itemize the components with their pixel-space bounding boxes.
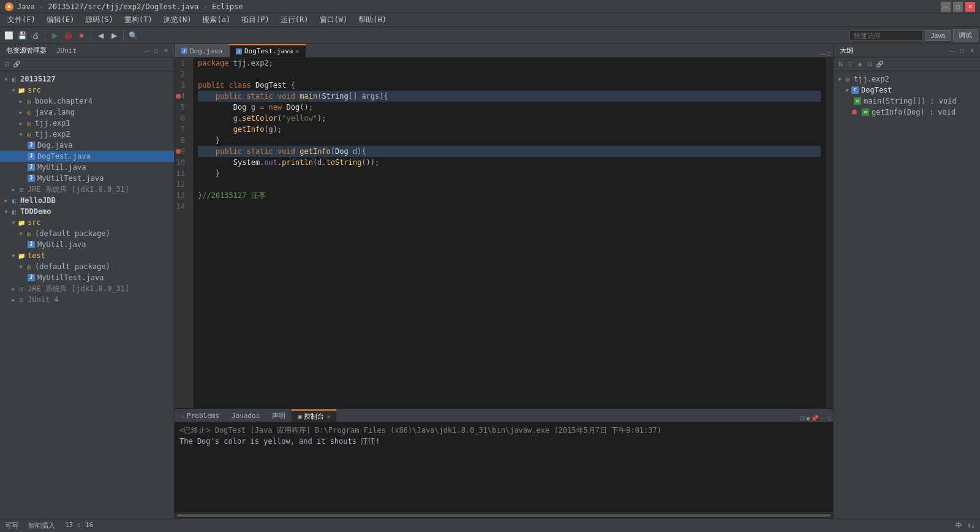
tree-src2[interactable]: ▼ 📁 src	[0, 217, 174, 228]
outline-link[interactable]: 🔗	[875, 60, 884, 69]
tree-myutil2-java[interactable]: J MyUtil.java	[0, 239, 174, 250]
outline-arrow-pkg: ▼	[836, 75, 843, 83]
outline-sort[interactable]: ⇅	[836, 60, 845, 69]
outline-filter[interactable]: ▽	[846, 60, 854, 69]
perspective-java[interactable]: Java	[925, 30, 951, 41]
tree-tjj-exp1[interactable]: ▶ ◎ tjj.exp1	[0, 118, 174, 129]
tree-dog-java[interactable]: J Dog.java	[0, 140, 174, 151]
tree-myutiltest2-java[interactable]: J MyUtilTest.java	[0, 272, 174, 283]
toolbar-new[interactable]: ⬜	[2, 29, 15, 42]
tab-dogtest-close[interactable]: ✕	[295, 48, 299, 55]
toolbar-print[interactable]: 🖨	[29, 29, 42, 42]
tree-jre1[interactable]: ▶ ⊞ JRE 系统库 [jdk1.8.0_31]	[0, 184, 174, 195]
editor-maximize[interactable]: □	[827, 50, 831, 57]
label-myutil: MyUtil.java	[37, 163, 86, 172]
menu-edit[interactable]: 编辑(E)	[42, 13, 80, 26]
tab-problems[interactable]: ⚠ Problems	[175, 409, 225, 422]
toolbar-stop[interactable]: ■	[75, 29, 88, 42]
toolbar-run[interactable]: ▶	[48, 29, 61, 42]
arrow-test: ▼	[10, 252, 17, 259]
toolbar-back[interactable]: ◀	[94, 29, 107, 42]
outline-icon-main: m	[853, 97, 862, 105]
tab-declaration[interactable]: 声明	[266, 409, 292, 422]
right-panel: 大纲 — □ ✕ ⇅ ▽ ◈ ⊟ 🔗 ▼ ◎ tjj.exp2	[833, 44, 980, 519]
menu-search[interactable]: 搜索(a)	[197, 13, 235, 26]
line-num-8: 8	[175, 135, 189, 146]
menu-source[interactable]: 源码(S)	[80, 13, 118, 26]
tree-junit4[interactable]: ▶ ⊞ JUnit 4	[0, 294, 174, 305]
outline-hide[interactable]: ◈	[856, 60, 864, 69]
package-icon-default: ◎	[24, 229, 33, 238]
outline-icon-pkg: ◎	[843, 75, 852, 83]
code-area[interactable]: package tjj.exp2; public class DogTest {…	[193, 58, 826, 408]
close-button[interactable]: ✕	[965, 2, 975, 12]
code-editor[interactable]: 1 2 3 4 5 6 7 8 9 10 11 12 13 14 package…	[175, 58, 833, 408]
menu-run[interactable]: 运行(R)	[276, 13, 314, 26]
left-panel-minimize[interactable]: —	[142, 47, 151, 55]
console-stop[interactable]: ■	[806, 415, 810, 422]
code-line-13: }//20135127 汪亭	[198, 190, 821, 201]
outline-class-dogtest[interactable]: ▼ C DogTest	[834, 85, 980, 96]
tree-myutil-java[interactable]: J MyUtil.java	[0, 162, 174, 173]
tab-dogtest-java[interactable]: J DogTest.java ✕	[229, 44, 306, 57]
menu-help[interactable]: 帮助(H)	[353, 13, 391, 26]
menu-project[interactable]: 项目(P)	[236, 13, 274, 26]
menu-navigate[interactable]: 浏览(N)	[159, 13, 197, 26]
menu-file[interactable]: 文件(F)	[2, 13, 40, 26]
outline-collapse[interactable]: ⊟	[865, 60, 874, 69]
bottom-minimize[interactable]: —	[820, 415, 826, 422]
tab-junit[interactable]: JUnit	[54, 45, 79, 56]
console-pin[interactable]: 📌	[811, 415, 818, 422]
tab-package-explorer[interactable]: 包资源管理器	[4, 45, 49, 56]
tree-jre2[interactable]: ▶ ⊞ JRE 系统库 [jdk1.8.0_31]	[0, 283, 174, 294]
tree-default-pkg[interactable]: ▼ ◎ (default package)	[0, 228, 174, 239]
tree-project-20135127[interactable]: ▼ ◧ 20135127	[0, 74, 174, 85]
tree-tjj-exp2[interactable]: ▼ ◎ tjj.exp2	[0, 129, 174, 140]
tree-java-lang[interactable]: ▶ ◎ java.lang	[0, 107, 174, 118]
editor-minimize[interactable]: —	[820, 50, 826, 57]
console-clear[interactable]: ⊡	[800, 415, 805, 422]
code-line-4: public static void main(String[] args){	[198, 91, 821, 102]
maximize-button[interactable]: □	[953, 2, 963, 12]
tree-default-pkg2[interactable]: ▼ ◎ (default package)	[0, 261, 174, 272]
editor-scrollbar[interactable]	[826, 58, 833, 408]
tab-console-close[interactable]: ✕	[326, 413, 330, 420]
toolbar-sep-3	[123, 30, 124, 41]
outline-method-getinfo[interactable]: m getInfo(Dog) : void	[834, 107, 980, 118]
tree-dogtest-java[interactable]: J DogTest.java	[0, 151, 174, 162]
tree-book-chapter4[interactable]: ▶ ◎ book.chapter4	[0, 96, 174, 107]
tree-hellojdb[interactable]: ▶ ◧ HelloJDB	[0, 195, 174, 206]
tree-myutiltest-java[interactable]: J MyUtilTest.java	[0, 173, 174, 184]
toolbar-save[interactable]: 💾	[16, 29, 28, 42]
arrow-book: ▶	[17, 97, 24, 105]
bottom-maximize[interactable]: □	[827, 415, 831, 422]
right-panel-minimize[interactable]: —	[948, 47, 957, 55]
tree-tdddemo[interactable]: ▼ ◧ TDDDemo	[0, 206, 174, 217]
minimize-button[interactable]: —	[941, 2, 951, 12]
menu-refactor[interactable]: 重构(T)	[119, 13, 157, 26]
menu-bar: 文件(F) 编辑(E) 源码(S) 重构(T) 浏览(N) 搜索(a) 项目(P…	[0, 13, 980, 27]
perspective-debug[interactable]: 调试	[953, 29, 978, 42]
outline-method-main[interactable]: m main(String[]) : void	[834, 96, 980, 107]
menu-window[interactable]: 窗口(W)	[315, 13, 353, 26]
tab-outline[interactable]: 大纲	[837, 45, 856, 56]
left-panel-close[interactable]: ✕	[162, 47, 170, 55]
title-bar: ● Java - 20135127/src/tjj/exp2/DogTest.j…	[0, 0, 980, 13]
outline-pkg[interactable]: ▼ ◎ tjj.exp2	[834, 74, 980, 85]
tree-src[interactable]: ▼ 📁 src	[0, 85, 174, 96]
tree-link-editor[interactable]: 🔗	[12, 60, 21, 69]
tab-console[interactable]: ▣ 控制台 ✕	[292, 409, 336, 422]
left-panel-maximize[interactable]: □	[152, 47, 160, 55]
right-panel-close[interactable]: ✕	[968, 47, 976, 55]
line-num-2: 2	[175, 69, 189, 80]
tab-dog-java[interactable]: J Dog.java	[175, 44, 229, 57]
tree-collapse-all[interactable]: ⊟	[2, 60, 11, 69]
tab-javadoc[interactable]: Javadoc	[225, 409, 266, 422]
toolbar-search[interactable]: 🔍	[127, 29, 139, 42]
toolbar-forward[interactable]: ▶	[108, 29, 120, 42]
quick-access-input[interactable]	[850, 30, 923, 41]
right-panel-maximize[interactable]: □	[958, 47, 967, 55]
tree-test-folder[interactable]: ▼ 📁 test	[0, 250, 174, 261]
label-myutiltest2: MyUtilTest.java	[37, 273, 104, 282]
toolbar-debug[interactable]: 🐞	[62, 29, 74, 42]
